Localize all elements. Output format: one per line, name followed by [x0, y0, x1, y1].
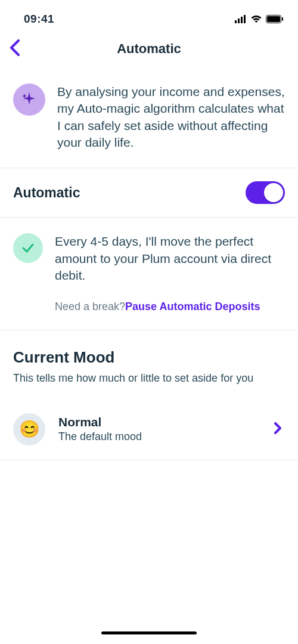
cellular-icon: [235, 15, 247, 23]
check-icon: [13, 233, 43, 263]
pause-link[interactable]: Pause Automatic Deposits: [125, 301, 260, 312]
pause-prompt: Need a break?: [55, 301, 125, 312]
automatic-toggle[interactable]: [246, 181, 285, 204]
back-button[interactable]: [5, 35, 25, 63]
mood-desc: The default mood: [58, 431, 261, 443]
schedule-text: Every 4-5 days, I'll move the perfect am…: [55, 233, 285, 284]
mood-item[interactable]: 😊 Normal The default mood: [0, 399, 298, 460]
schedule-section: Every 4-5 days, I'll move the perfect am…: [0, 218, 298, 330]
sparkle-icon: [13, 83, 45, 116]
pause-row: Need a break?Pause Automatic Deposits: [55, 301, 285, 313]
svg-rect-3: [244, 15, 246, 23]
status-time: 09:41: [24, 13, 54, 26]
page-header: Automatic: [0, 32, 298, 66]
chevron-left-icon: [10, 39, 20, 56]
mood-title: Current Mood: [13, 348, 285, 367]
mood-emoji-icon: 😊: [13, 413, 45, 445]
automatic-label: Automatic: [13, 185, 80, 201]
mood-name: Normal: [58, 415, 261, 429]
home-indicator[interactable]: [101, 631, 197, 634]
toggle-knob: [264, 183, 283, 202]
svg-rect-0: [235, 20, 237, 23]
intro-text: By analysing your income and expenses, m…: [57, 83, 285, 151]
svg-rect-5: [267, 16, 280, 22]
status-bar: 09:41: [0, 0, 298, 30]
page-title: Automatic: [117, 41, 181, 57]
schedule-body: Every 4-5 days, I'll move the perfect am…: [55, 233, 285, 313]
mood-subtitle: This tells me how much or little to set …: [13, 371, 285, 385]
svg-rect-2: [241, 17, 243, 23]
mood-section: Current Mood This tells me how much or l…: [0, 330, 298, 385]
intro-section: By analysing your income and expenses, m…: [0, 66, 298, 168]
status-icons: [235, 15, 284, 23]
svg-rect-1: [238, 18, 240, 23]
mood-text: Normal The default mood: [58, 415, 261, 443]
automatic-toggle-row: Automatic: [0, 168, 298, 218]
battery-icon: [266, 15, 284, 23]
chevron-right-icon: [274, 422, 285, 436]
svg-rect-6: [282, 17, 283, 21]
wifi-icon: [250, 15, 262, 23]
